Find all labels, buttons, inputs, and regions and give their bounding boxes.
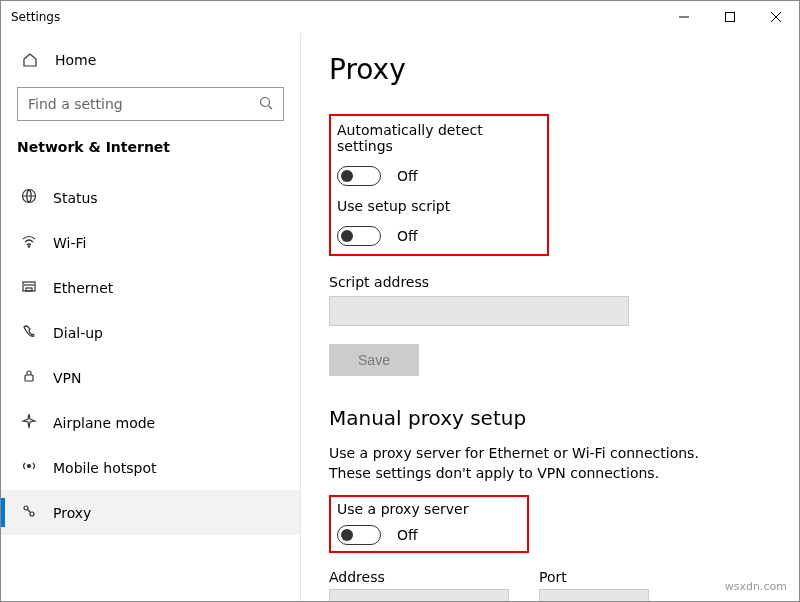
sidebar-item-proxy[interactable]: Proxy: [1, 490, 300, 535]
use-script-toggle[interactable]: [337, 226, 381, 246]
airplane-icon: [21, 413, 37, 432]
sidebar-item-status[interactable]: Status: [1, 175, 300, 220]
nav-list: Status Wi-Fi Ethernet Dial-up VPN Airpla…: [1, 175, 300, 535]
search-placeholder: Find a setting: [28, 96, 259, 112]
save-button[interactable]: Save: [329, 344, 419, 376]
sidebar: Home Find a setting Network & Internet S…: [1, 33, 301, 601]
svg-line-5: [269, 105, 273, 109]
manual-description: Use a proxy server for Ethernet or Wi-Fi…: [329, 444, 729, 483]
sidebar-item-airplane[interactable]: Airplane mode: [1, 400, 300, 445]
home-label: Home: [55, 52, 96, 68]
address-label: Address: [329, 569, 509, 585]
sidebar-item-hotspot[interactable]: Mobile hotspot: [1, 445, 300, 490]
svg-point-17: [24, 506, 28, 510]
search-icon: [259, 96, 273, 113]
script-address-label: Script address: [329, 274, 759, 290]
proxy-icon: [21, 503, 37, 522]
vpn-icon: [21, 368, 37, 387]
search-input[interactable]: Find a setting: [17, 87, 284, 121]
ethernet-icon: [21, 278, 37, 297]
auto-detect-label: Automatically detect settings: [337, 122, 537, 154]
nav-label: Airplane mode: [53, 415, 155, 431]
watermark: wsxdn.com: [725, 580, 787, 593]
dialup-icon: [21, 323, 37, 342]
nav-label: Wi-Fi: [53, 235, 86, 251]
use-script-label: Use setup script: [337, 198, 537, 214]
minimize-button[interactable]: [661, 1, 707, 33]
content-area: Home Find a setting Network & Internet S…: [1, 33, 799, 601]
nav-label: VPN: [53, 370, 82, 386]
use-proxy-toggle[interactable]: [337, 525, 381, 545]
svg-rect-15: [25, 375, 33, 381]
home-icon: [21, 51, 39, 69]
window-title: Settings: [11, 10, 60, 24]
svg-point-7: [28, 246, 29, 247]
hotspot-icon: [21, 458, 37, 477]
port-label: Port: [539, 569, 649, 585]
maximize-button[interactable]: [707, 1, 753, 33]
home-button[interactable]: Home: [1, 39, 300, 81]
nav-label: Dial-up: [53, 325, 103, 341]
highlight-box-proxy: Use a proxy server Off: [329, 495, 529, 553]
svg-point-4: [261, 97, 270, 106]
svg-line-19: [28, 510, 31, 513]
sidebar-item-ethernet[interactable]: Ethernet: [1, 265, 300, 310]
use-proxy-label: Use a proxy server: [337, 501, 519, 517]
titlebar: Settings: [1, 1, 799, 33]
status-icon: [21, 188, 37, 207]
main-pane: Proxy Automatically detect settings Off …: [301, 33, 799, 601]
nav-label: Ethernet: [53, 280, 113, 296]
nav-label: Mobile hotspot: [53, 460, 157, 476]
window-controls: [661, 1, 799, 33]
highlight-box-auto: Automatically detect settings Off Use se…: [329, 114, 549, 256]
address-input[interactable]: [329, 589, 509, 601]
sidebar-item-vpn[interactable]: VPN: [1, 355, 300, 400]
use-proxy-state: Off: [397, 527, 418, 543]
manual-heading: Manual proxy setup: [329, 406, 759, 430]
svg-rect-8: [23, 282, 35, 291]
sidebar-item-dialup[interactable]: Dial-up: [1, 310, 300, 355]
wifi-icon: [21, 233, 37, 252]
sidebar-item-wifi[interactable]: Wi-Fi: [1, 220, 300, 265]
script-address-input[interactable]: [329, 296, 629, 326]
nav-label: Status: [53, 190, 98, 206]
use-script-state: Off: [397, 228, 418, 244]
page-title: Proxy: [329, 53, 759, 86]
svg-rect-1: [726, 13, 735, 22]
close-button[interactable]: [753, 1, 799, 33]
auto-detect-toggle[interactable]: [337, 166, 381, 186]
svg-point-16: [28, 465, 31, 468]
nav-label: Proxy: [53, 505, 91, 521]
section-title: Network & Internet: [1, 133, 300, 169]
svg-point-18: [30, 512, 34, 516]
svg-rect-9: [26, 288, 32, 291]
auto-detect-state: Off: [397, 168, 418, 184]
port-input[interactable]: [539, 589, 649, 601]
